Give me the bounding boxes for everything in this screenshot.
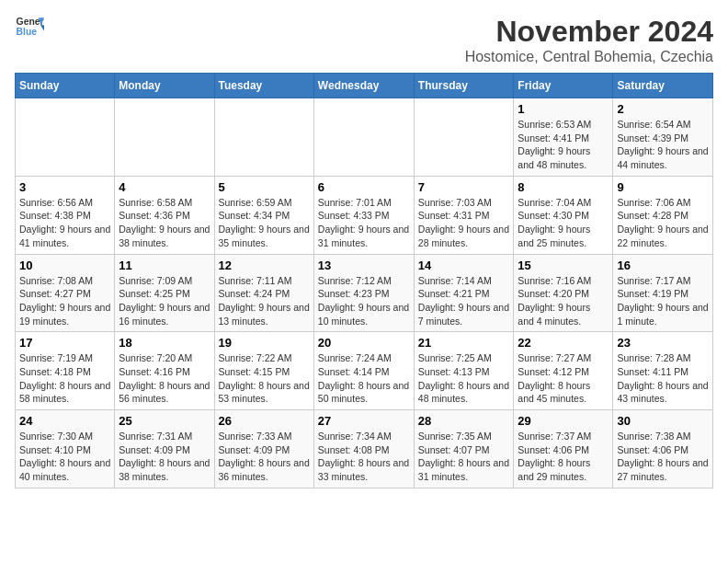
day-number: 7: [418, 180, 510, 194]
calendar-cell: 19Sunrise: 7:22 AM Sunset: 4:15 PM Dayli…: [214, 332, 313, 410]
day-number: 14: [418, 259, 510, 272]
day-number: 26: [219, 414, 310, 428]
calendar-cell: 21Sunrise: 7:25 AM Sunset: 4:13 PM Dayli…: [414, 332, 514, 410]
title-section: November 2024 Hostomice, Central Bohemia…: [465, 15, 713, 65]
day-info: Sunrise: 7:22 AM Sunset: 4:15 PM Dayligh…: [219, 351, 310, 406]
weekday-header: Friday: [514, 74, 613, 98]
day-number: 25: [119, 414, 210, 428]
calendar-cell: 12Sunrise: 7:11 AM Sunset: 4:24 PM Dayli…: [214, 254, 313, 332]
logo-icon: General Blue: [15, 15, 44, 37]
day-number: 6: [318, 180, 410, 194]
weekday-header: Thursday: [414, 74, 514, 98]
day-number: 13: [318, 259, 410, 272]
day-info: Sunrise: 7:12 AM Sunset: 4:23 PM Dayligh…: [318, 274, 410, 328]
day-info: Sunrise: 7:01 AM Sunset: 4:33 PM Dayligh…: [318, 196, 410, 250]
day-number: 22: [518, 336, 609, 350]
logo: General Blue: [15, 15, 44, 37]
weekday-header: Sunday: [16, 74, 115, 98]
day-info: Sunrise: 7:16 AM Sunset: 4:20 PM Dayligh…: [518, 274, 609, 328]
day-number: 9: [617, 180, 709, 194]
day-info: Sunrise: 6:53 AM Sunset: 4:41 PM Dayligh…: [518, 118, 609, 172]
day-number: 29: [518, 414, 609, 428]
calendar-cell: 10Sunrise: 7:08 AM Sunset: 4:27 PM Dayli…: [16, 254, 115, 332]
calendar-cell: 13Sunrise: 7:12 AM Sunset: 4:23 PM Dayli…: [313, 254, 414, 332]
month-title: November 2024: [465, 15, 713, 49]
day-info: Sunrise: 7:04 AM Sunset: 4:30 PM Dayligh…: [518, 196, 609, 250]
day-number: 4: [119, 180, 210, 194]
day-number: 8: [518, 180, 609, 194]
page-header: General Blue November 2024 Hostomice, Ce…: [15, 15, 713, 65]
day-info: Sunrise: 7:14 AM Sunset: 4:21 PM Dayligh…: [418, 274, 510, 328]
day-info: Sunrise: 6:56 AM Sunset: 4:38 PM Dayligh…: [19, 196, 110, 250]
day-info: Sunrise: 7:37 AM Sunset: 4:06 PM Dayligh…: [518, 430, 609, 484]
calendar-cell: 28Sunrise: 7:35 AM Sunset: 4:07 PM Dayli…: [414, 410, 514, 488]
calendar-cell: 3Sunrise: 6:56 AM Sunset: 4:38 PM Daylig…: [16, 176, 115, 254]
day-number: 1: [518, 102, 609, 116]
day-info: Sunrise: 7:38 AM Sunset: 4:06 PM Dayligh…: [617, 430, 709, 484]
calendar-header: SundayMondayTuesdayWednesdayThursdayFrid…: [16, 74, 713, 98]
calendar-cell: 5Sunrise: 6:59 AM Sunset: 4:34 PM Daylig…: [214, 176, 313, 254]
day-number: 18: [119, 336, 210, 350]
calendar-cell: 18Sunrise: 7:20 AM Sunset: 4:16 PM Dayli…: [115, 332, 214, 410]
day-number: 11: [119, 259, 210, 272]
day-info: Sunrise: 7:06 AM Sunset: 4:28 PM Dayligh…: [617, 196, 709, 250]
calendar-cell: 4Sunrise: 6:58 AM Sunset: 4:36 PM Daylig…: [115, 176, 214, 254]
calendar-cell: [313, 98, 414, 177]
calendar-cell: 2Sunrise: 6:54 AM Sunset: 4:39 PM Daylig…: [613, 98, 713, 177]
day-number: 15: [518, 259, 609, 272]
calendar-cell: 6Sunrise: 7:01 AM Sunset: 4:33 PM Daylig…: [313, 176, 414, 254]
day-info: Sunrise: 6:59 AM Sunset: 4:34 PM Dayligh…: [219, 196, 310, 250]
day-info: Sunrise: 7:11 AM Sunset: 4:24 PM Dayligh…: [219, 274, 310, 328]
calendar-cell: 30Sunrise: 7:38 AM Sunset: 4:06 PM Dayli…: [613, 410, 713, 488]
calendar-cell: 24Sunrise: 7:30 AM Sunset: 4:10 PM Dayli…: [16, 410, 115, 488]
calendar-cell: 8Sunrise: 7:04 AM Sunset: 4:30 PM Daylig…: [514, 176, 613, 254]
day-info: Sunrise: 7:25 AM Sunset: 4:13 PM Dayligh…: [418, 351, 510, 406]
calendar-cell: 7Sunrise: 7:03 AM Sunset: 4:31 PM Daylig…: [414, 176, 514, 254]
calendar-cell: [16, 98, 115, 177]
day-number: 21: [418, 336, 510, 350]
calendar-table: SundayMondayTuesdayWednesdayThursdayFrid…: [15, 73, 713, 488]
day-info: Sunrise: 7:35 AM Sunset: 4:07 PM Dayligh…: [418, 430, 510, 484]
day-info: Sunrise: 7:24 AM Sunset: 4:14 PM Dayligh…: [318, 351, 410, 406]
calendar-cell: 1Sunrise: 6:53 AM Sunset: 4:41 PM Daylig…: [514, 98, 613, 177]
day-info: Sunrise: 6:58 AM Sunset: 4:36 PM Dayligh…: [119, 196, 210, 250]
day-info: Sunrise: 7:30 AM Sunset: 4:10 PM Dayligh…: [19, 430, 110, 484]
day-number: 20: [318, 336, 410, 350]
calendar-cell: [115, 98, 214, 177]
calendar-cell: 20Sunrise: 7:24 AM Sunset: 4:14 PM Dayli…: [313, 332, 414, 410]
calendar-cell: 14Sunrise: 7:14 AM Sunset: 4:21 PM Dayli…: [414, 254, 514, 332]
calendar-cell: 17Sunrise: 7:19 AM Sunset: 4:18 PM Dayli…: [16, 332, 115, 410]
calendar-cell: 16Sunrise: 7:17 AM Sunset: 4:19 PM Dayli…: [613, 254, 713, 332]
day-number: 3: [19, 180, 110, 194]
day-number: 19: [219, 336, 310, 350]
day-info: Sunrise: 7:27 AM Sunset: 4:12 PM Dayligh…: [518, 351, 609, 406]
location-title: Hostomice, Central Bohemia, Czechia: [465, 49, 713, 65]
calendar-cell: 9Sunrise: 7:06 AM Sunset: 4:28 PM Daylig…: [613, 176, 713, 254]
day-info: Sunrise: 7:33 AM Sunset: 4:09 PM Dayligh…: [219, 430, 310, 484]
day-number: 30: [617, 414, 709, 428]
day-info: Sunrise: 7:28 AM Sunset: 4:11 PM Dayligh…: [617, 351, 709, 406]
calendar-cell: 15Sunrise: 7:16 AM Sunset: 4:20 PM Dayli…: [514, 254, 613, 332]
day-info: Sunrise: 7:34 AM Sunset: 4:08 PM Dayligh…: [318, 430, 410, 484]
weekday-header: Saturday: [613, 74, 713, 98]
weekday-header: Monday: [115, 74, 214, 98]
weekday-header: Wednesday: [313, 74, 414, 98]
day-info: Sunrise: 7:17 AM Sunset: 4:19 PM Dayligh…: [617, 274, 709, 328]
day-number: 28: [418, 414, 510, 428]
calendar-cell: 23Sunrise: 7:28 AM Sunset: 4:11 PM Dayli…: [613, 332, 713, 410]
day-number: 23: [617, 336, 709, 350]
weekday-header: Tuesday: [214, 74, 313, 98]
calendar-cell: 11Sunrise: 7:09 AM Sunset: 4:25 PM Dayli…: [115, 254, 214, 332]
day-info: Sunrise: 6:54 AM Sunset: 4:39 PM Dayligh…: [617, 118, 709, 172]
calendar-cell: 22Sunrise: 7:27 AM Sunset: 4:12 PM Dayli…: [514, 332, 613, 410]
day-info: Sunrise: 7:31 AM Sunset: 4:09 PM Dayligh…: [119, 430, 210, 484]
calendar-cell: 29Sunrise: 7:37 AM Sunset: 4:06 PM Dayli…: [514, 410, 613, 488]
day-number: 5: [219, 180, 310, 194]
day-number: 2: [617, 102, 709, 116]
calendar-cell: 26Sunrise: 7:33 AM Sunset: 4:09 PM Dayli…: [214, 410, 313, 488]
day-info: Sunrise: 7:19 AM Sunset: 4:18 PM Dayligh…: [19, 351, 110, 406]
day-info: Sunrise: 7:20 AM Sunset: 4:16 PM Dayligh…: [119, 351, 210, 406]
day-number: 24: [19, 414, 110, 428]
calendar-cell: [414, 98, 514, 177]
svg-text:Blue: Blue: [17, 27, 38, 37]
